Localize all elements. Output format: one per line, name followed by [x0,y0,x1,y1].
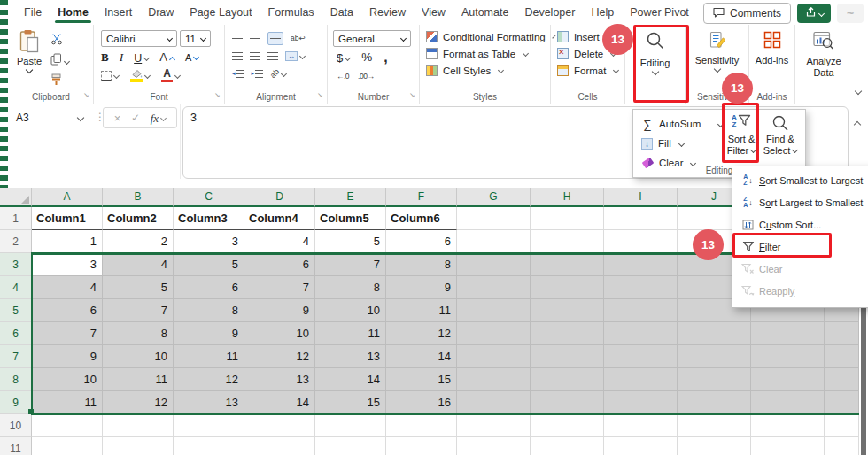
cell-C6[interactable]: 9 [174,322,244,345]
cell-G4[interactable] [457,276,531,299]
cell-C2[interactable]: 3 [174,230,244,253]
cell-K6[interactable] [751,322,825,345]
cell-I6[interactable] [604,322,678,345]
tab-data[interactable]: Data [322,0,361,25]
cell-D2[interactable]: 4 [244,230,315,253]
font-name-select[interactable]: Calibri [101,30,177,47]
font-color-button[interactable]: A [161,69,180,83]
clipboard-dialog-launcher[interactable] [82,93,90,101]
cell-F2[interactable]: 6 [386,230,457,253]
cell-H5[interactable] [531,299,604,322]
cell-I5[interactable] [604,299,678,322]
tab-formulas[interactable]: Formulas [260,0,322,25]
cell-A1[interactable]: Column1 [32,207,103,230]
cell-A2[interactable]: 1 [32,230,103,253]
cell-H1[interactable] [531,207,604,230]
cell-B2[interactable]: 2 [103,230,174,253]
cell-B5[interactable]: 7 [103,299,174,322]
select-all-corner[interactable] [0,188,32,207]
cell-H2[interactable] [531,230,604,253]
cell-D10[interactable] [244,414,315,437]
find-select-button[interactable]: Find & Select [763,114,798,157]
wrap-text-button[interactable]: ab↩ [291,34,306,42]
decrease-indent-button[interactable]: ◂ [232,70,244,78]
italic-button[interactable]: I [120,50,124,65]
center-button[interactable] [250,52,260,60]
cell-D7[interactable]: 12 [244,345,315,368]
cell-E6[interactable]: 11 [315,322,386,345]
cell-F6[interactable]: 12 [386,322,457,345]
row-header-7[interactable]: 7 [0,345,32,368]
cell-G8[interactable] [457,368,531,391]
cell-J7[interactable] [678,345,751,368]
row-header-3[interactable]: 3 [0,253,32,276]
cell-K9[interactable] [751,391,825,414]
cell-H7[interactable] [531,345,604,368]
cell-D11[interactable] [244,437,315,455]
cell-A8[interactable]: 10 [32,368,103,391]
cancel-icon[interactable]: × [114,112,121,125]
cell-D5[interactable]: 9 [244,299,315,322]
cell-B3[interactable]: 4 [103,253,174,276]
column-header-D[interactable]: D [244,188,315,207]
tab-power-pivot[interactable]: Power Pivot [622,0,697,25]
cell-C3[interactable]: 5 [174,253,244,276]
increase-font-size-button[interactable]: A [159,50,174,64]
cell-A9[interactable]: 11 [32,391,103,414]
cell-C5[interactable]: 8 [174,299,244,322]
currency-button[interactable]: $ [337,50,350,66]
cell-C8[interactable]: 12 [174,368,244,391]
bottom-align-button[interactable] [267,32,283,45]
row-header-4[interactable]: 4 [0,276,32,299]
increase-indent-button[interactable]: ▸ [252,70,264,78]
number-format-select[interactable]: General [333,30,411,47]
cell-D9[interactable]: 14 [244,391,315,414]
cell-D1[interactable]: Column4 [244,207,315,230]
cell-A10[interactable] [32,414,103,437]
cell-H4[interactable] [531,276,604,299]
cell-I9[interactable] [604,391,678,414]
collapse-formula-bar-button[interactable] [851,114,860,130]
row-header-6[interactable]: 6 [0,322,32,345]
cell-H8[interactable] [531,368,604,391]
paste-button[interactable]: Paste [9,28,50,89]
cell-B9[interactable]: 12 [103,391,174,414]
insert-function-button[interactable]: fx [151,110,166,126]
underline-button[interactable]: U [134,50,149,66]
cell-E11[interactable] [315,437,386,455]
format-painter-button[interactable] [50,73,62,89]
cell-F4[interactable]: 9 [386,276,457,299]
comments-button[interactable]: Comments [703,3,791,24]
cell-D4[interactable]: 7 [244,276,315,299]
tab-help[interactable]: Help [583,0,622,25]
cell-E2[interactable]: 5 [315,230,386,253]
cell-K10[interactable] [751,414,825,437]
column-header-G[interactable]: G [457,188,531,207]
format-as-table-button[interactable]: Format as Table [420,45,550,62]
cell-A4[interactable]: 4 [32,276,103,299]
cell-I11[interactable] [604,437,678,455]
cell-G1[interactable] [457,207,531,230]
cell-J8[interactable] [678,368,751,391]
cell-H9[interactable] [531,391,604,414]
cell-G10[interactable] [457,414,531,437]
cell-B4[interactable]: 5 [103,276,174,299]
cell-G6[interactable] [457,322,531,345]
middle-align-button[interactable] [250,35,260,42]
column-header-F[interactable]: F [386,188,457,207]
cell-H3[interactable] [531,253,604,276]
cell-J10[interactable] [678,414,751,437]
format-cells-button[interactable]: Format [551,62,624,79]
column-header-A[interactable]: A [32,188,103,207]
cell-B1[interactable]: Column2 [103,207,174,230]
cell-D8[interactable]: 13 [244,368,315,391]
cell-E3[interactable]: 7 [315,253,386,276]
bold-button[interactable]: B [101,50,109,65]
cell-C7[interactable]: 11 [174,345,244,368]
tab-draw[interactable]: Draw [140,0,182,25]
cell-G3[interactable] [457,253,531,276]
cell-C4[interactable]: 6 [174,276,244,299]
cell-A11[interactable] [32,437,103,455]
cell-J9[interactable] [678,391,751,414]
cell-L9[interactable] [825,391,859,414]
